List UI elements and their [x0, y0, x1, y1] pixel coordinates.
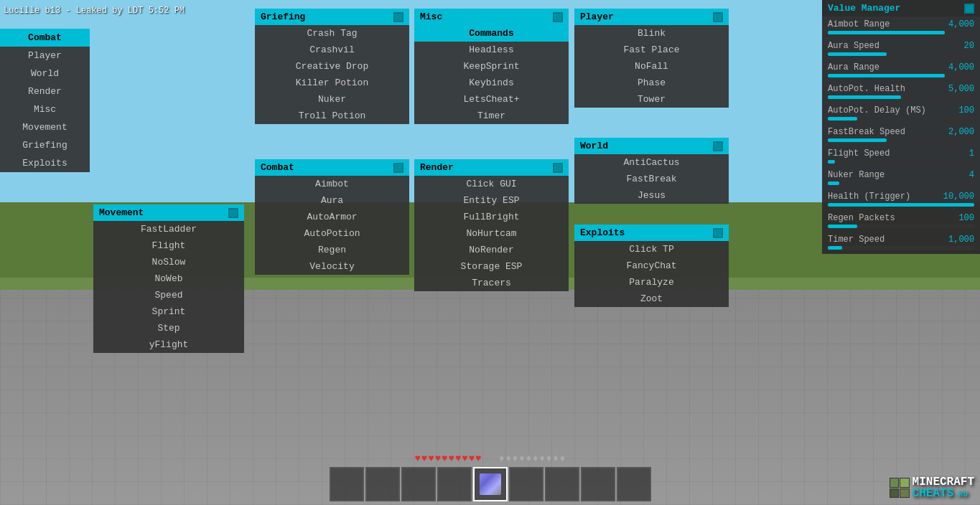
- world-item-fastbreak[interactable]: FastBreak: [574, 171, 729, 187]
- movement-item-fastladder[interactable]: FastLadder: [93, 221, 244, 237]
- render-item-norender[interactable]: NoRender: [414, 242, 569, 258]
- misc-item-letscheat[interactable]: LetsCheat+: [414, 91, 569, 108]
- movement-item-flight[interactable]: Flight: [93, 237, 244, 254]
- hotbar-slot-4[interactable]: [437, 467, 472, 501]
- player-item-fastplace[interactable]: Fast Place: [574, 42, 729, 58]
- sidebar-item-griefing[interactable]: Griefing: [0, 136, 90, 154]
- player-item-tower[interactable]: Tower: [574, 91, 729, 108]
- vm-row-label-8: Health (Trigger) 10,000: [828, 192, 974, 202]
- vm-label-value-6: 1: [969, 148, 974, 159]
- render-item-clickgui[interactable]: Click GUI: [414, 176, 569, 192]
- movement-item-sprint[interactable]: Sprint: [93, 303, 244, 320]
- health-armor-bar: ♥ ♥ ♥ ♥ ♥ ♥ ♥ ♥ ♥ ♥ ♦ ♦ ♦ ♦ ♦ ♦ ♦ ♦ ♦ ♦: [414, 453, 565, 464]
- mc-logo-minecraft: MINECRAFT: [913, 476, 974, 488]
- value-manager-panel: Value Manager Aimbot Range 4,000 Aura Sp…: [822, 0, 980, 254]
- world-item-anticactus[interactable]: AntiCactus: [574, 154, 729, 171]
- heart-3: ♥: [428, 453, 434, 464]
- vm-row-label-5: FastBreak Speed 2,000: [828, 127, 974, 137]
- player-item-phase[interactable]: Phase: [574, 75, 729, 91]
- hotbar-slot-1[interactable]: [330, 467, 364, 501]
- hotbar-slot-7[interactable]: [545, 467, 579, 501]
- misc-item-timer[interactable]: Timer: [414, 108, 569, 124]
- armor-1: ♦: [499, 453, 505, 464]
- value-manager-title: Value Manager: [828, 3, 900, 14]
- misc-panel-checkbox[interactable]: [553, 12, 563, 22]
- combat-item-aura[interactable]: Aura: [255, 192, 409, 209]
- render-item-storageesp[interactable]: Storage ESP: [414, 258, 569, 275]
- hotbar-slot-3[interactable]: [401, 467, 436, 501]
- vm-bar-fill-6: [828, 160, 835, 164]
- movement-item-yflight[interactable]: yFlight: [93, 336, 244, 353]
- sidebar-item-combat[interactable]: Combat: [0, 29, 90, 47]
- render-item-entityesp[interactable]: Entity ESP: [414, 192, 569, 209]
- render-item-tracers[interactable]: Tracers: [414, 275, 569, 291]
- armor-2: ♦: [505, 453, 511, 464]
- sidebar-item-render[interactable]: Render: [0, 82, 90, 100]
- misc-item-commands[interactable]: Commands: [414, 25, 569, 42]
- world-panel-checkbox[interactable]: [713, 141, 723, 151]
- hotbar: [330, 467, 651, 501]
- heart-7: ♥: [455, 453, 461, 464]
- movement-item-noweb[interactable]: NoWeb: [93, 270, 244, 287]
- combat-item-autoarmor[interactable]: AutoArmor: [255, 209, 409, 225]
- value-manager-checkbox[interactable]: [964, 4, 974, 14]
- movement-item-step[interactable]: Step: [93, 320, 244, 336]
- heart-2: ♥: [421, 453, 427, 464]
- combat-item-velocity[interactable]: Velocity: [255, 258, 409, 275]
- griefing-panel-checkbox[interactable]: [393, 12, 403, 22]
- vm-label-value-0: 4,000: [948, 19, 974, 29]
- movement-panel-checkbox[interactable]: [228, 208, 238, 218]
- heart-1: ♥: [414, 453, 420, 464]
- hotbar-slot-2[interactable]: [365, 467, 400, 501]
- movement-item-noslow[interactable]: NoSlow: [93, 254, 244, 270]
- world-panel: World AntiCactus FastBreak Jesus: [574, 138, 729, 204]
- armor-4: ♦: [519, 453, 525, 464]
- player-panel-title: Player: [580, 11, 614, 22]
- sidebar-item-world[interactable]: World: [0, 65, 90, 82]
- combat-item-autopotion[interactable]: AutoPotion: [255, 225, 409, 242]
- render-panel-checkbox[interactable]: [553, 163, 563, 173]
- heart-6: ♥: [448, 453, 454, 464]
- griefing-item-trollpotion[interactable]: Troll Potion: [255, 108, 409, 124]
- combat-panel-checkbox[interactable]: [393, 163, 403, 173]
- griefing-item-crashvil[interactable]: Crashvil: [255, 42, 409, 58]
- exploits-item-paralyze[interactable]: Paralyze: [574, 274, 729, 291]
- misc-item-keybinds[interactable]: Keybinds: [414, 75, 569, 91]
- armor-8: ♦: [546, 453, 551, 464]
- misc-item-keepsprint[interactable]: KeepSprint: [414, 58, 569, 75]
- vm-bar-fill-9: [828, 225, 857, 228]
- render-item-nohurtcam[interactable]: NoHurtcam: [414, 225, 569, 242]
- hotbar-slot-9[interactable]: [617, 467, 651, 501]
- misc-item-headless[interactable]: Headless: [414, 42, 569, 58]
- vm-label-text-9: Regen Packets: [828, 213, 895, 223]
- armor-6: ♦: [533, 453, 538, 464]
- griefing-item-creativedrop[interactable]: Creative Drop: [255, 58, 409, 75]
- hotbar-slot-8[interactable]: [581, 467, 615, 501]
- vm-row-label-0: Aimbot Range 4,000: [828, 19, 974, 29]
- combat-panel-header: Combat: [255, 159, 409, 176]
- vm-bar-bg-6: [828, 160, 974, 164]
- griefing-item-killerpotion[interactable]: Killer Potion: [255, 75, 409, 91]
- render-item-fullbright[interactable]: FullBright: [414, 209, 569, 225]
- sidebar-item-misc[interactable]: Misc: [0, 100, 90, 118]
- exploits-item-clicktp[interactable]: Click TP: [574, 241, 729, 258]
- sidebar-item-player[interactable]: Player: [0, 47, 90, 65]
- vm-bar-bg-5: [828, 138, 974, 142]
- player-item-nofall[interactable]: NoFall: [574, 58, 729, 75]
- exploits-item-fancychat[interactable]: FancyChat: [574, 258, 729, 274]
- griefing-item-crashtag[interactable]: Crash Tag: [255, 25, 409, 42]
- exploits-panel-checkbox[interactable]: [713, 228, 723, 238]
- sidebar-item-movement[interactable]: Movement: [0, 118, 90, 136]
- hotbar-slot-6[interactable]: [509, 467, 543, 501]
- vm-row-label-3: AutoPot. Health 5,000: [828, 84, 974, 94]
- exploits-item-zoot[interactable]: Zoot: [574, 291, 729, 307]
- player-panel-checkbox[interactable]: [713, 12, 723, 22]
- combat-item-aimbot[interactable]: Aimbot: [255, 176, 409, 192]
- griefing-item-nuker[interactable]: Nuker: [255, 91, 409, 108]
- player-item-blink[interactable]: Blink: [574, 25, 729, 42]
- world-item-jesus[interactable]: Jesus: [574, 187, 729, 204]
- combat-item-regen[interactable]: Regen: [255, 242, 409, 258]
- hotbar-slot-5[interactable]: [473, 467, 508, 501]
- sidebar-item-exploits[interactable]: Exploits: [0, 154, 90, 172]
- movement-item-speed[interactable]: Speed: [93, 287, 244, 303]
